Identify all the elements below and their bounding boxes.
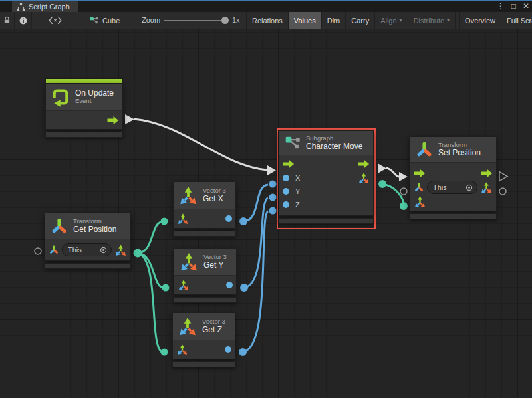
code-preview-button[interactable]	[32, 12, 78, 29]
zoom-slider-track[interactable]	[164, 20, 225, 21]
this-object-field[interactable]: This	[62, 243, 112, 256]
x-input-port[interactable]	[283, 175, 289, 181]
port-label-x: X	[295, 174, 300, 182]
chevron-down-icon: ▾	[400, 18, 402, 23]
node-title: Character Move	[306, 142, 362, 151]
node-header: Subgraph Character Move	[279, 131, 373, 155]
dim-label: Dim	[327, 17, 340, 25]
object-picker-icon[interactable]	[465, 183, 473, 192]
this-field-value: This	[68, 246, 82, 254]
y-input-port[interactable]	[283, 188, 289, 195]
control-input-port[interactable]	[283, 159, 295, 169]
node-subtitle: Vector 3	[203, 254, 227, 261]
vector3-icon	[179, 252, 199, 272]
vector3-output-port[interactable]	[480, 181, 493, 194]
node-header: On Update Event	[46, 84, 122, 111]
graph-info-button[interactable]	[15, 12, 32, 29]
control-output-port[interactable]	[481, 169, 493, 178]
vector3-input-port[interactable]	[177, 213, 189, 225]
node-get-y[interactable]: Vector 3 Get Y	[174, 248, 237, 303]
node-subtitle: Subgraph	[306, 135, 362, 142]
node-footer	[45, 263, 131, 269]
control-input-port[interactable]	[414, 169, 426, 178]
node-subtitle: Vector 3	[202, 318, 225, 326]
control-output-port[interactable]	[358, 159, 370, 169]
node-set-position[interactable]: Transform Set Position This	[410, 136, 497, 219]
node-title: On Update	[75, 89, 114, 98]
vector3-input-port[interactable]	[178, 279, 190, 291]
graph-toolbar: Cube Zoom 1x Relations Values Dim Carry …	[0, 12, 532, 29]
node-header: Transform Get Position	[45, 213, 130, 239]
vector3-icon	[178, 316, 198, 336]
this-field-value: This	[433, 183, 447, 191]
node-subtitle: Transform	[73, 218, 116, 225]
vector3-input-port[interactable]	[176, 344, 188, 355]
distribute-label: Distribute	[414, 17, 444, 25]
event-accent-bar	[45, 78, 123, 83]
node-header: Vector 3 Get X	[174, 182, 235, 209]
chevron-down-icon: ▾	[447, 18, 450, 23]
dim-button[interactable]: Dim	[322, 12, 346, 29]
node-footer	[410, 213, 497, 219]
loop-event-icon	[51, 87, 70, 107]
node-title: Get Z	[202, 326, 225, 335]
node-title: Get X	[203, 195, 226, 204]
zoom-label: Zoom	[142, 16, 160, 24]
node-subtitle: Vector 3	[203, 187, 226, 195]
float-output-port[interactable]	[226, 282, 233, 288]
node-on-update[interactable]: On Update Event	[45, 78, 123, 138]
graph-node-icon	[89, 15, 99, 25]
vector3-input-port[interactable]	[414, 195, 426, 208]
overview-label: Overview	[465, 17, 495, 25]
port-label-z: Z	[295, 201, 300, 209]
carry-button[interactable]: Carry	[346, 12, 375, 29]
fullscreen-button[interactable]: Full Screen	[501, 12, 532, 29]
tab-bar: Script Graph ⋮ □ ✕	[0, 0, 532, 12]
this-object-field[interactable]: This	[427, 181, 477, 194]
distribute-dropdown[interactable]: Distribute ▾	[408, 12, 456, 29]
object-picker-icon[interactable]	[99, 246, 108, 254]
node-footer	[279, 218, 374, 224]
relations-label: Relations	[252, 17, 283, 25]
node-header: Vector 3 Get Z	[173, 313, 235, 340]
node-character-move[interactable]: Subgraph Character Move X Y	[279, 130, 374, 224]
graph-hierarchy-icon	[17, 3, 25, 11]
transform-icon	[415, 140, 434, 159]
script-graph-window: On Update Event Transform Get Position	[0, 0, 532, 398]
node-get-position[interactable]: Transform Get Position This	[45, 213, 131, 269]
relations-button[interactable]: Relations	[247, 12, 289, 29]
graph-owner-breadcrumb[interactable]: Cube	[89, 12, 120, 29]
close-icon[interactable]: ✕	[523, 1, 529, 11]
vector3-output-port[interactable]	[114, 244, 127, 256]
node-footer	[174, 297, 237, 303]
zoom-slider-handle[interactable]	[221, 17, 229, 24]
zoom-value: 1x	[232, 16, 240, 24]
z-input-port[interactable]	[283, 201, 289, 208]
carry-label: Carry	[351, 17, 369, 25]
lock-icon	[3, 16, 11, 25]
node-header: Transform Set Position	[410, 137, 496, 163]
transform-icon	[50, 217, 68, 235]
transform-input-port[interactable]	[49, 245, 59, 255]
maximize-icon[interactable]: □	[511, 1, 516, 11]
window-menu-icon[interactable]: ⋮	[497, 1, 505, 11]
node-title: Get Y	[203, 261, 227, 270]
lock-button[interactable]	[0, 12, 15, 29]
tab-script-graph[interactable]: Script Graph	[12, 1, 78, 12]
values-button[interactable]: Values	[289, 12, 322, 29]
node-get-z[interactable]: Vector 3 Get Z	[172, 312, 235, 367]
float-output-port[interactable]	[225, 215, 232, 222]
node-footer	[45, 132, 123, 138]
values-label: Values	[294, 17, 316, 25]
node-subtitle: Transform	[438, 142, 481, 149]
float-output-port[interactable]	[225, 346, 231, 353]
node-footer	[173, 231, 236, 237]
transform-input-port[interactable]	[414, 182, 424, 193]
code-icon	[49, 16, 62, 25]
align-label: Align	[380, 17, 396, 25]
node-get-x[interactable]: Vector 3 Get X	[173, 181, 236, 237]
overview-button[interactable]: Overview	[459, 12, 501, 29]
vector3-output-port[interactable]	[358, 172, 370, 184]
control-output-port[interactable]	[107, 116, 119, 125]
align-dropdown[interactable]: Align ▾	[375, 12, 408, 29]
